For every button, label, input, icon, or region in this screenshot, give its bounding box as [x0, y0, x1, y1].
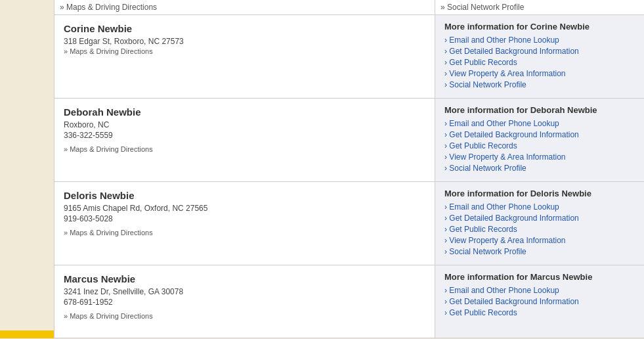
person-row: Deloris Newbie9165 Amis Chapel Rd, Oxfor…: [54, 182, 644, 265]
top-maps-link[interactable]: » Maps & Driving Directions: [60, 3, 157, 12]
person-right-0: More information for Corine NewbieEmail …: [435, 15, 644, 98]
person-row: Corine Newbie318 Edgar St, Roxboro, NC 2…: [54, 15, 644, 99]
person-right-3: More information for Marcus NewbieEmail …: [435, 265, 644, 338]
yellow-bar: [0, 330, 54, 338]
maps-link[interactable]: » Maps & Driving Directions: [64, 229, 428, 237]
person-left-3: Marcus Newbie3241 Inez Dr, Snellville, G…: [54, 265, 435, 338]
info-link[interactable]: Get Detailed Background Information: [444, 297, 637, 306]
person-address: 3241 Inez Dr, Snellville, GA 30078: [64, 287, 428, 296]
persons-list: Corine Newbie318 Edgar St, Roxboro, NC 2…: [54, 15, 644, 338]
top-strip-row: » Maps & Driving Directions » Social Net…: [54, 0, 644, 15]
maps-link[interactable]: » Maps & Driving Directions: [64, 312, 428, 320]
person-left-0: Corine Newbie318 Edgar St, Roxboro, NC 2…: [54, 15, 435, 98]
person-right-1: More information for Deborah NewbieEmail…: [435, 99, 644, 181]
info-link[interactable]: Email and Other Phone Lookup: [444, 35, 637, 45]
person-name: Marcus Newbie: [64, 273, 428, 284]
info-link[interactable]: Email and Other Phone Lookup: [444, 286, 637, 295]
maps-link[interactable]: » Maps & Driving Directions: [64, 47, 428, 55]
more-info-title: More information for Corine Newbie: [444, 22, 637, 32]
person-left-1: Deborah NewbieRoxboro, NC336-322-5559» M…: [54, 99, 435, 181]
left-sidebar: [0, 0, 54, 338]
info-link[interactable]: View Property & Area Information: [444, 152, 637, 162]
info-link[interactable]: Get Public Records: [444, 141, 637, 150]
info-link[interactable]: Get Detailed Background Information: [444, 130, 637, 139]
info-link[interactable]: Social Network Profile: [444, 247, 637, 256]
person-address: 318 Edgar St, Roxboro, NC 27573: [64, 37, 428, 46]
info-link[interactable]: Social Network Profile: [444, 80, 637, 89]
person-address: Roxboro, NC: [64, 120, 428, 129]
more-info-title: More information for Deloris Newbie: [444, 189, 637, 198]
person-left-2: Deloris Newbie9165 Amis Chapel Rd, Oxfor…: [54, 182, 435, 265]
info-link[interactable]: Get Public Records: [444, 58, 637, 67]
info-link[interactable]: Get Public Records: [444, 308, 637, 317]
info-link[interactable]: Get Public Records: [444, 225, 637, 234]
person-phone: 336-322-5559: [64, 131, 428, 140]
person-address: 9165 Amis Chapel Rd, Oxford, NC 27565: [64, 204, 428, 213]
info-link[interactable]: View Property & Area Information: [444, 236, 637, 245]
person-name: Corine Newbie: [64, 23, 428, 34]
info-link[interactable]: Email and Other Phone Lookup: [444, 202, 637, 212]
more-info-title: More information for Deborah Newbie: [444, 105, 637, 115]
person-phone: 919-603-5028: [64, 214, 428, 223]
info-link[interactable]: Get Detailed Background Information: [444, 47, 637, 56]
info-link[interactable]: View Property & Area Information: [444, 69, 637, 78]
info-link[interactable]: Email and Other Phone Lookup: [444, 119, 637, 128]
top-social-link[interactable]: » Social Network Profile: [440, 3, 524, 12]
info-link[interactable]: Social Network Profile: [444, 164, 637, 173]
person-name: Deborah Newbie: [64, 106, 428, 118]
maps-link[interactable]: » Maps & Driving Directions: [64, 145, 428, 153]
person-right-2: More information for Deloris NewbieEmail…: [435, 182, 644, 265]
top-left-cell: » Maps & Driving Directions: [54, 0, 435, 14]
person-row: Marcus Newbie3241 Inez Dr, Snellville, G…: [54, 265, 644, 338]
more-info-title: More information for Marcus Newbie: [444, 272, 637, 282]
main-content: » Maps & Driving Directions » Social Net…: [54, 0, 644, 338]
top-right-cell: » Social Network Profile: [435, 0, 644, 14]
person-row: Deborah NewbieRoxboro, NC336-322-5559» M…: [54, 99, 644, 182]
person-name: Deloris Newbie: [64, 190, 428, 201]
person-phone: 678-691-1952: [64, 298, 428, 307]
info-link[interactable]: Get Detailed Background Information: [444, 214, 637, 223]
page-container: » Maps & Driving Directions » Social Net…: [0, 0, 644, 338]
